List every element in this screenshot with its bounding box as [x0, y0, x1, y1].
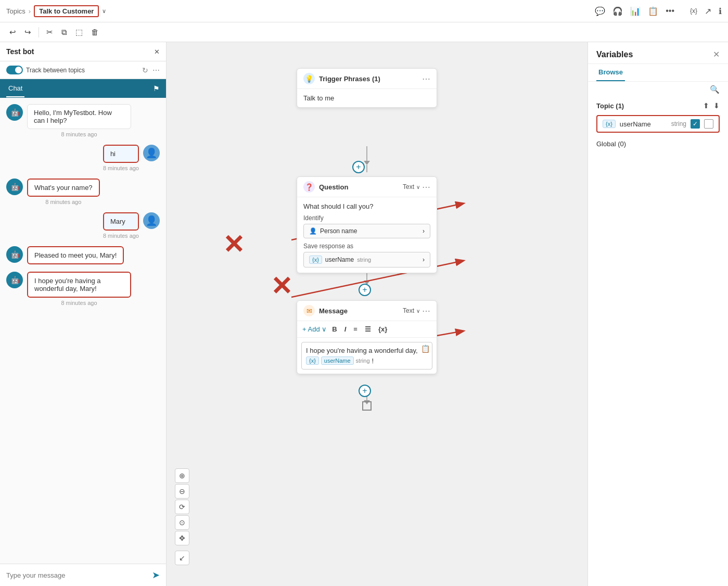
- trigger-more-icon[interactable]: ⋯: [422, 74, 430, 84]
- var-badge: {x}: [603, 120, 616, 128]
- user-avatar: 👤: [143, 212, 160, 229]
- italic-button[interactable]: I: [342, 324, 349, 334]
- add-button[interactable]: + Add ∨: [302, 325, 327, 333]
- track-row: Track between topics ↻ ⋯: [0, 61, 166, 79]
- msg-bubble: Hello, I'm MyTestbot. How can I help?: [27, 104, 131, 129]
- pin-icon[interactable]: ⚑: [153, 84, 160, 93]
- msg-var-type: string: [356, 358, 370, 364]
- vars-section-title-topic: Topic (1): [596, 102, 624, 110]
- question-node-header: ❓ Question Text ∨ ⋯: [297, 177, 437, 197]
- analytics-icon[interactable]: 📊: [630, 6, 641, 16]
- redo-button[interactable]: ↪: [21, 26, 34, 39]
- search-icon[interactable]: 🔍: [710, 85, 720, 94]
- variable-row-username: {x} userName string ✓: [596, 115, 720, 133]
- copy-button[interactable]: ⧉: [58, 26, 70, 39]
- breadcrumb-separator: ›: [29, 7, 31, 15]
- breadcrumb: Topics › Talk to Customer ∨: [6, 5, 106, 17]
- message-format-label: Text ∨: [403, 307, 420, 314]
- publish-icon[interactable]: 📋: [648, 6, 658, 16]
- connector-add-1[interactable]: +: [352, 161, 365, 173]
- bullet-list-button[interactable]: ☰: [363, 324, 373, 334]
- breadcrumb-chevron-icon[interactable]: ∨: [102, 8, 106, 15]
- msg-format-chevron: ∨: [416, 308, 420, 314]
- zoom-out-button[interactable]: ⊖: [175, 484, 189, 499]
- breadcrumb-topics[interactable]: Topics: [6, 7, 25, 15]
- import-var-icon[interactable]: ⬇: [713, 101, 720, 110]
- identify-value: Person name: [320, 227, 357, 235]
- question-title: Question: [319, 183, 348, 191]
- close-icon[interactable]: ✕: [154, 48, 160, 56]
- var-type-label: string: [671, 120, 686, 128]
- more-dots-icon[interactable]: ⋯: [152, 66, 160, 74]
- connector-add-3[interactable]: +: [359, 385, 371, 397]
- variable-button[interactable]: {x}: [376, 324, 389, 334]
- vars-header: Variables ✕: [588, 42, 728, 64]
- toggle-label: Track between topics: [26, 67, 85, 74]
- delete-button[interactable]: 🗑: [88, 26, 102, 39]
- main-layout: Test bot ✕ Track between topics ↻ ⋯ Chat…: [0, 42, 728, 586]
- send-button[interactable]: ➤: [152, 569, 160, 581]
- trigger-body: Talk to me: [297, 89, 437, 107]
- message-icon: ✉: [303, 305, 315, 316]
- ordered-list-button[interactable]: ≡: [351, 324, 360, 334]
- list-item: 🤖 Pleased to meet you, Mary!: [6, 246, 160, 264]
- msg-var-tag: {x}: [306, 356, 319, 365]
- more-icon[interactable]: •••: [666, 6, 674, 16]
- vars-tab-browse[interactable]: Browse: [596, 64, 625, 81]
- identify-field-left: 👤 Person name: [309, 227, 357, 235]
- info-icon[interactable]: ℹ: [719, 6, 722, 16]
- message-more-icon[interactable]: ⋯: [422, 306, 430, 316]
- paste-button[interactable]: ⬚: [72, 26, 86, 39]
- fit-button[interactable]: ↙: [175, 551, 189, 565]
- trigger-title: Trigger Phrases (1): [319, 75, 380, 83]
- question-more-icon[interactable]: ⋯: [422, 182, 430, 192]
- vars-global-section: Global (0): [588, 136, 728, 152]
- var-checkbox-checked[interactable]: ✓: [691, 119, 700, 129]
- refresh-icon[interactable]: ↻: [142, 66, 148, 74]
- identify-field[interactable]: 👤 Person name ›: [303, 224, 430, 238]
- chat-icon[interactable]: 💬: [595, 6, 605, 16]
- var-x-label: {x}: [312, 257, 319, 263]
- toggle-track[interactable]: [6, 66, 23, 74]
- export-icon[interactable]: ↗: [705, 6, 711, 16]
- vars-title: Variables: [596, 50, 633, 59]
- chat-tab[interactable]: Chat: [6, 80, 24, 97]
- trigger-node: 💡 Trigger Phrases (1) ⋯ Talk to me: [297, 68, 437, 108]
- msg-time: 8 minutes ago: [27, 300, 131, 306]
- question-format[interactable]: Text ∨ ⋯: [403, 182, 430, 192]
- identify-label: Identify: [303, 214, 430, 222]
- trigger-node-header: 💡 Trigger Phrases (1) ⋯: [297, 69, 437, 89]
- msg-col: Pleased to meet you, Mary!: [27, 246, 124, 264]
- question-node: ❓ Question Text ∨ ⋯ What should I call y…: [297, 176, 437, 273]
- agent-icon[interactable]: 🎧: [612, 6, 623, 16]
- msg-col: Mary 8 minutes ago: [103, 212, 139, 239]
- message-node-header: ✉ Message Text ∨ ⋯: [297, 301, 437, 321]
- center-button[interactable]: ⊙: [175, 515, 189, 530]
- reset-zoom-button[interactable]: ⟳: [175, 500, 189, 514]
- msg-bubble-mary: Mary: [103, 212, 139, 231]
- trigger-icon: 💡: [303, 73, 315, 84]
- bot-avatar: 🤖: [6, 246, 23, 263]
- move-button[interactable]: ✥: [175, 531, 189, 545]
- top-nav-right: 💬 🎧 📊 📋 ••• {x} ↗ ℹ: [595, 6, 722, 16]
- undo-button[interactable]: ↩: [6, 26, 19, 39]
- export-var-icon[interactable]: ⬆: [703, 101, 709, 110]
- variables-panel: Variables ✕ Browse 🔍 Topic (1) ⬆ ⬇ {x} u…: [587, 42, 728, 586]
- red-x-2: ✕: [271, 271, 292, 301]
- vars-close-button[interactable]: ✕: [713, 49, 720, 59]
- cut-button[interactable]: ✂: [43, 26, 56, 39]
- bot-avatar: 🤖: [6, 272, 23, 288]
- chat-panel: Test bot ✕ Track between topics ↻ ⋯ Chat…: [0, 42, 167, 586]
- bold-button[interactable]: B: [330, 324, 339, 334]
- red-x-1: ✕: [223, 230, 245, 260]
- connector-add-2[interactable]: +: [359, 284, 371, 296]
- trigger-text: Talk to me: [303, 94, 334, 102]
- message-format[interactable]: Text ∨ ⋯: [403, 306, 430, 316]
- chat-input[interactable]: [6, 571, 148, 579]
- zoom-in-button[interactable]: ⊕: [175, 468, 189, 483]
- msg-copy-icon[interactable]: 📋: [421, 345, 430, 353]
- toggle-switch[interactable]: Track between topics: [6, 66, 85, 74]
- trigger-header-left: 💡 Trigger Phrases (1): [303, 73, 380, 84]
- var-checkbox-empty[interactable]: [704, 119, 713, 129]
- save-field[interactable]: {x} userName string ›: [303, 252, 430, 267]
